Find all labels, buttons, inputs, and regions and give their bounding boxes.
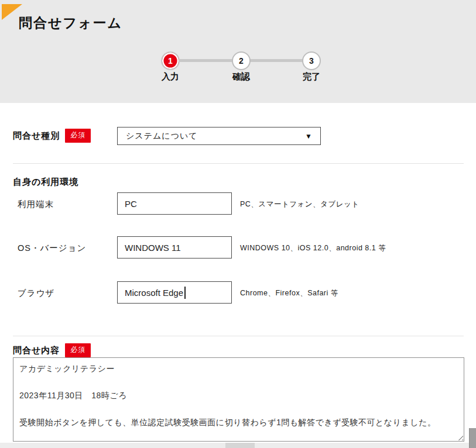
stepper-step-2-circle: 2: [232, 51, 251, 70]
os-version-field-hint: WINDOWS 10、iOS 12.0、android 8.1 等: [240, 243, 386, 253]
text-cursor: [184, 287, 186, 299]
os-version-input[interactable]: [117, 236, 232, 259]
browser-field-label: ブラウザ: [18, 288, 54, 299]
device-input[interactable]: [117, 192, 232, 215]
environment-section-heading: 自身の利用環境: [13, 177, 78, 188]
device-field-hint: PC、スマートフォン、タブレット: [240, 199, 359, 209]
os-version-field-label: OS・バージョン: [18, 243, 86, 254]
inquiry-type-label: 問合せ種別: [13, 130, 60, 142]
inquiry-content-label: 問合せ内容: [13, 345, 60, 356]
inquiry-content-textarea[interactable]: アカデミックリテラシー 2023年11月30日 18時ごろ 受験開始ボタンを押し…: [13, 357, 464, 442]
required-badge: 必須: [65, 129, 91, 143]
inquiry-type-selected-value: システムについて: [126, 131, 198, 142]
horizontal-scrollbar-thumb[interactable]: [225, 443, 255, 448]
vertical-scrollbar-thumb[interactable]: [469, 428, 476, 448]
browser-input[interactable]: [117, 281, 232, 304]
stepper-step-3-label: 完了: [293, 71, 330, 82]
required-badge: 必須: [65, 343, 91, 357]
divider: [13, 163, 464, 164]
stepper-step-3-circle: 3: [302, 51, 321, 70]
inquiry-form-page: 問合せフォーム 1 2 3 入力 確認 完了 問合せ種別 必須 システムについて…: [0, 0, 476, 448]
stepper-step-1-circle: 1: [161, 51, 180, 70]
browser-field-hint: Chrome、Firefox、Safari 等: [240, 288, 338, 298]
inquiry-type-select[interactable]: システムについて ▼: [117, 127, 321, 145]
dropdown-arrow-icon: ▼: [305, 132, 312, 140]
page-title: 問合せフォーム: [19, 14, 122, 32]
stepper-step-2-label: 確認: [222, 71, 260, 82]
stepper-step-1-label: 入力: [152, 71, 189, 82]
divider: [13, 336, 464, 336]
inquiry-type-label-row: 問合せ種別 必須: [13, 129, 91, 143]
inquiry-content-label-row: 問合せ内容 必須: [13, 343, 91, 357]
device-field-label: 利用端末: [18, 199, 54, 210]
